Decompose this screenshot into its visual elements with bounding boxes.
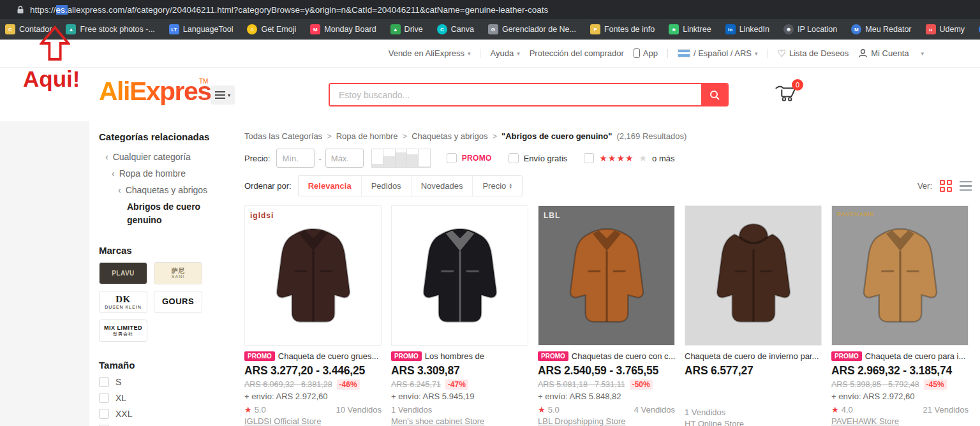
product-image[interactable] bbox=[685, 205, 822, 346]
search-input[interactable] bbox=[330, 84, 701, 105]
promo-checkbox[interactable] bbox=[447, 153, 457, 163]
breadcrumb-link[interactable]: Ropa de hombre bbox=[336, 131, 398, 141]
bookmark-favicon: G bbox=[488, 24, 498, 34]
bookmark-label: Fontes de info bbox=[604, 25, 655, 34]
product-image[interactable]: PAVEHAWK bbox=[831, 205, 969, 346]
bookmark-drive[interactable]: ▲Drive bbox=[390, 24, 423, 34]
store-link[interactable]: IGLDSI Official Store bbox=[244, 416, 321, 426]
sort-option-relevancia[interactable]: Relevancia bbox=[299, 176, 361, 196]
list-view-icon[interactable] bbox=[960, 181, 972, 191]
breadcrumb-current: "Abrigos de cuero genuino" bbox=[501, 131, 612, 141]
nav-app[interactable]: App bbox=[634, 48, 658, 58]
main-content: Todas las Categorías > Ropa de hombre > … bbox=[244, 121, 972, 426]
brand-name: DK bbox=[115, 294, 131, 305]
bookmark-udemy[interactable]: uUdemy bbox=[926, 24, 965, 34]
product-card[interactable]: Chaqueta de cuero de invierno par... ARS… bbox=[685, 205, 822, 426]
category-label: Chaquetas y abrigos bbox=[126, 182, 207, 198]
bookmark-gerenciador[interactable]: GGerenciador de Ne... bbox=[488, 24, 576, 34]
size-checkbox[interactable] bbox=[99, 377, 109, 387]
bookmark-favicon: LT bbox=[169, 24, 179, 34]
related-categories-title: Categorías relacionadas bbox=[99, 131, 237, 142]
nav-my-account[interactable]: Mi Cuenta ▾ bbox=[858, 48, 924, 58]
free-shipping-checkbox[interactable] bbox=[509, 153, 519, 163]
leather-jacket-image bbox=[266, 223, 360, 329]
product-card[interactable]: LBL PROMOChaquetas de cuero con c... ARS… bbox=[538, 205, 675, 426]
product-old-price: ARS 6.245,71 bbox=[391, 380, 441, 389]
price-min-input[interactable] bbox=[276, 149, 315, 168]
bookmark-label: Monday Board bbox=[324, 25, 376, 34]
sort-option-pedidos[interactable]: Pedidos bbox=[361, 176, 411, 196]
sidebar-item-ropa-de-hombre[interactable]: ‹Ropa de hombre bbox=[99, 165, 237, 182]
sidebar-item-chaquetas-y-abrigos[interactable]: ‹Chaquetas y abrigos bbox=[99, 182, 237, 198]
nav-wishlist[interactable]: ♡Lista de Deseos bbox=[778, 48, 849, 59]
sidebar-item-abrigos-de-cuero-genuino: Abrigos de cuero genuino bbox=[99, 200, 237, 227]
product-card[interactable]: igldsi PROMOChaqueta de cuero grues... A… bbox=[244, 205, 382, 426]
bookmark-fontes-de-info[interactable]: FFontes de info bbox=[590, 24, 655, 34]
url-field[interactable]: https://es.aliexpress.com/af/category/20… bbox=[30, 5, 548, 15]
product-image[interactable]: LBL bbox=[538, 205, 675, 346]
bookmark-monday-board[interactable]: MMonday Board bbox=[310, 24, 376, 34]
divider bbox=[480, 49, 480, 58]
bookmark-favicon: C bbox=[437, 24, 447, 34]
bookmark-free-stock-photos[interactable]: ▲Free stock photos -... bbox=[66, 24, 154, 34]
bookmark-label: LanguageTool bbox=[183, 25, 234, 34]
product-sold-count: 1 Vendidos bbox=[391, 405, 432, 415]
product-image[interactable] bbox=[391, 205, 528, 346]
grid-view-icon[interactable] bbox=[940, 180, 952, 192]
product-title[interactable]: Los hombres de bbox=[425, 351, 484, 361]
brand-tile-gours[interactable]: GOURS bbox=[154, 291, 202, 313]
nav-buyer-protection[interactable]: Protección del comprador bbox=[530, 48, 624, 58]
bookmark-languagetool[interactable]: LTLanguageTool bbox=[169, 24, 234, 34]
brand-tile-sani[interactable]: 萨尼SANI bbox=[154, 262, 202, 284]
product-image[interactable]: igldsi bbox=[244, 205, 382, 346]
chevron-down-icon: ▾ bbox=[517, 50, 520, 57]
product-card[interactable]: PAVEHAWK PROMOChaqueta de cuero para i..… bbox=[831, 205, 969, 426]
promo-badge: PROMO bbox=[538, 351, 568, 361]
cart-button[interactable]: 0 bbox=[775, 83, 798, 104]
star-icon-empty: ★ bbox=[639, 153, 648, 163]
bookmark-meu-redator[interactable]: MMeu Redator bbox=[851, 24, 911, 34]
product-old-price: ARS 6.069,32 - 6.381,28 bbox=[244, 380, 332, 389]
size-checkbox[interactable] bbox=[99, 393, 109, 403]
spacer bbox=[685, 378, 822, 404]
store-link[interactable]: Men's shoe cabinet Store bbox=[391, 416, 484, 426]
search-button[interactable] bbox=[701, 84, 727, 105]
size-checkbox[interactable] bbox=[99, 409, 109, 419]
product-price: ARS 2.540,59 - 3.765,55 bbox=[538, 364, 675, 378]
nav-sell-on-aliexpress[interactable]: Vende en AliExpress▾ bbox=[389, 48, 471, 58]
bookmark-linktree[interactable]: ♣Linktree bbox=[669, 24, 711, 34]
filters-bar: Precio: - PROMO Envío gratis ★★★★★o más bbox=[244, 149, 972, 168]
brand-tile-mix-limited[interactable]: MIX LIMITED型男会社 bbox=[99, 320, 147, 342]
store-link[interactable]: PAVEHAWK Store bbox=[831, 416, 899, 426]
store-link[interactable]: LBL Dropshipping Store bbox=[538, 416, 626, 426]
person-icon bbox=[858, 48, 868, 58]
product-title[interactable]: Chaqueta de cuero para i... bbox=[865, 351, 966, 361]
nav-help[interactable]: Ayuda▾ bbox=[490, 48, 519, 58]
brand-tile-dusen-klein[interactable]: DKDUSEN KLEIN bbox=[99, 291, 147, 313]
bookmark-canva[interactable]: CCanva bbox=[437, 24, 474, 34]
product-title[interactable]: Chaqueta de cuero grues... bbox=[278, 351, 379, 361]
sort-option-novedades[interactable]: Novedades bbox=[411, 176, 473, 196]
sort-option-precio[interactable]: Precio▲▼ bbox=[472, 176, 522, 196]
size-option-s: S bbox=[99, 377, 237, 387]
store-link[interactable]: HT Online Store bbox=[685, 419, 744, 426]
product-title[interactable]: Chaqueta de cuero de invierno par... bbox=[685, 351, 819, 361]
brand-tile-plavu[interactable]: PLAVU bbox=[99, 262, 147, 284]
categories-menu-button[interactable]: ▾ bbox=[211, 85, 235, 105]
bookmark-label: LinkedIn bbox=[739, 25, 769, 34]
bookmark-label: Udemy bbox=[940, 25, 965, 34]
product-sold-count: 10 Vendidos bbox=[336, 405, 382, 415]
product-card[interactable]: PROMOLos hombres de ARS 3.309,87 ARS 6.2… bbox=[391, 205, 528, 426]
bookmark-ip-location[interactable]: ⊕IP Location bbox=[783, 24, 837, 34]
sidebar-item-any-category[interactable]: ‹Cualquier categoría bbox=[99, 149, 237, 165]
price-max-input[interactable] bbox=[325, 149, 364, 168]
bookmark-linkedin[interactable]: inLinkedIn bbox=[725, 24, 769, 34]
nav-locale-selector[interactable]: / Español / ARS▾ bbox=[678, 48, 758, 58]
breadcrumb-link[interactable]: Chaquetas y abrigos bbox=[412, 131, 487, 141]
product-title[interactable]: Chaquetas de cuero con c... bbox=[572, 351, 675, 361]
chevron-down-icon: ▾ bbox=[468, 50, 471, 57]
rating-checkbox[interactable] bbox=[584, 153, 594, 163]
breadcrumb-link[interactable]: Todas las Categorías bbox=[244, 131, 322, 141]
bookmark-get-emoji[interactable]: ☺Get Emoji bbox=[247, 24, 296, 34]
product-old-price: ARS 5.398,85 - 5.792,48 bbox=[831, 380, 919, 389]
